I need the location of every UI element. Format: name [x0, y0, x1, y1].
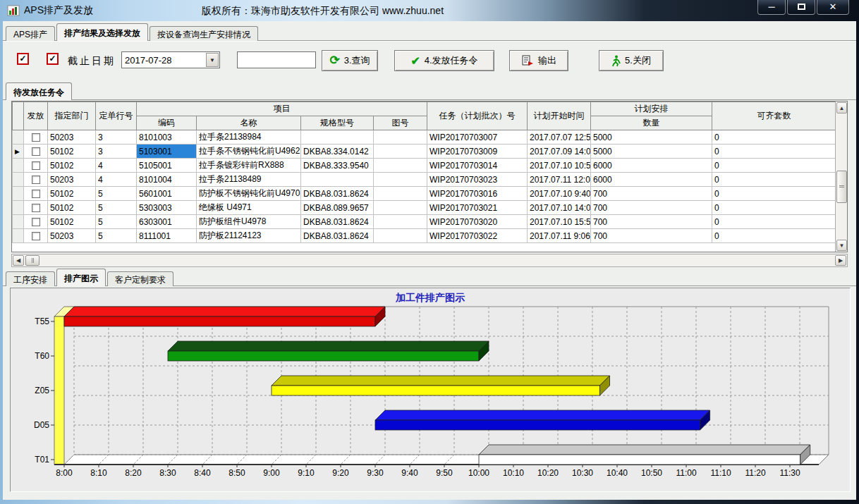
table-row[interactable]: 5010255303003绝缘板 U4971DKBA8.089.9657WIP2…	[13, 201, 836, 215]
drawing-cell[interactable]	[374, 229, 427, 243]
col-release[interactable]: 发放	[24, 102, 48, 130]
drawing-cell[interactable]	[374, 215, 427, 229]
start-cell[interactable]: 2017.07.11 12:0	[528, 173, 591, 187]
col-drawing[interactable]: 图号	[374, 116, 427, 130]
name-cell[interactable]: 拉手条21138489	[197, 173, 301, 187]
name-cell[interactable]: 防护板组件U4978	[197, 215, 301, 229]
col-name[interactable]: 名称	[197, 116, 301, 130]
bottom-tab-0[interactable]: 工序安排	[6, 271, 55, 286]
sets-cell[interactable]: 0	[712, 229, 836, 243]
task-cell[interactable]: WIP20170703007	[427, 130, 528, 145]
start-cell[interactable]: 2017.07.11 9:06	[528, 229, 591, 243]
sets-cell[interactable]: 0	[712, 173, 836, 187]
sets-cell[interactable]: 0	[712, 201, 836, 215]
sets-cell[interactable]: 0	[712, 215, 836, 229]
main-tab-2[interactable]: 按设备查询生产安排情况	[150, 26, 258, 41]
col-task[interactable]: 任务（计划批次）号	[427, 102, 528, 130]
table-row[interactable]: 5010245105001拉手条镀彩锌前RX888DKBA8.333.9540W…	[13, 159, 836, 173]
close-form-button[interactable]: 5.关闭	[599, 50, 664, 71]
qty-cell[interactable]: 700	[591, 229, 712, 243]
spec-cell[interactable]: DKBA8.089.9657	[301, 201, 374, 215]
dept-cell[interactable]: 50102	[48, 145, 96, 159]
spec-cell[interactable]: DKBA8.031.8624	[301, 187, 374, 201]
name-cell[interactable]: 防护板21124123	[197, 229, 301, 243]
start-cell[interactable]: 2017.07.09 14:0	[528, 145, 591, 159]
qty-cell[interactable]: 5000	[591, 145, 712, 159]
col-start[interactable]: 计划开始时间	[528, 102, 591, 130]
scroll-left-icon[interactable]: ◀	[13, 255, 24, 266]
horizontal-scroll-thumb[interactable]	[25, 255, 39, 266]
spec-cell[interactable]	[301, 173, 374, 187]
qty-cell[interactable]: 6000	[591, 159, 712, 173]
table-row[interactable]: 5020338101003拉手条21138984WIP2017070300720…	[13, 130, 836, 145]
start-cell[interactable]: 2017.07.10 15:5	[528, 215, 591, 229]
dept-cell[interactable]: 50203	[48, 130, 96, 145]
maximize-button[interactable]	[787, 0, 815, 15]
drawing-cell[interactable]	[374, 187, 427, 201]
spec-cell[interactable]: DKBA8.334.0142	[301, 145, 374, 159]
checkbox-icon[interactable]	[32, 190, 40, 198]
horizontal-scrollbar[interactable]: ◀ ▶	[11, 254, 848, 267]
line-cell[interactable]: 5	[96, 201, 137, 215]
task-cell[interactable]: WIP20170703020	[427, 215, 528, 229]
checkbox-icon[interactable]	[32, 147, 40, 156]
start-cell[interactable]: 2017.07.10 10:5	[528, 159, 591, 173]
col-spec[interactable]: 规格型号	[301, 116, 374, 130]
table-row[interactable]: 5020358111001防护板21124123DKBA8.031.8624WI…	[13, 229, 836, 243]
code-cell[interactable]: 5303003	[137, 201, 197, 215]
name-cell[interactable]: 拉手条镀彩锌前RX888	[197, 159, 301, 173]
close-button[interactable]: ✕	[817, 0, 849, 15]
qty-cell[interactable]: 700	[591, 201, 712, 215]
release-checkbox-cell[interactable]	[24, 159, 48, 173]
drawing-cell[interactable]	[374, 145, 427, 159]
code-cell[interactable]: 5601001	[137, 187, 197, 201]
release-task-button[interactable]: ✔ 4.发放任务令	[394, 50, 494, 71]
line-cell[interactable]: 3	[96, 130, 137, 145]
vertical-scrollbar[interactable]: ▲ ▼	[835, 102, 847, 252]
task-cell[interactable]: WIP20170703021	[427, 201, 528, 215]
line-cell[interactable]: 4	[96, 159, 137, 173]
table-row[interactable]: 5010255601001防护板不锈钢钝化前U4970DKBA8.031.862…	[13, 187, 836, 201]
qty-cell[interactable]: 5000	[591, 130, 712, 145]
name-cell[interactable]: 拉手条21138984	[197, 130, 301, 145]
table-row[interactable]: 5020348101004拉手条21138489WIP2017070302320…	[13, 173, 836, 187]
sets-cell[interactable]: 0	[712, 159, 836, 173]
col-dept[interactable]: 指定部门	[48, 102, 96, 130]
filter-input[interactable]	[237, 51, 316, 68]
dept-cell[interactable]: 50102	[48, 187, 96, 201]
release-checkbox-cell[interactable]	[24, 173, 48, 187]
start-cell[interactable]: 2017.07.10 14:0	[528, 201, 591, 215]
query-button[interactable]: ⟳ 3.查询	[322, 50, 378, 71]
task-cell[interactable]: WIP20170703023	[427, 173, 528, 187]
code-cell[interactable]: 5103001	[137, 145, 197, 159]
line-cell[interactable]: 3	[96, 145, 137, 159]
bottom-tab-2[interactable]: 客户定制要求	[107, 271, 173, 286]
scroll-right-icon[interactable]: ▶	[835, 255, 846, 266]
col-sets[interactable]: 可齐套数	[712, 102, 836, 130]
filter-checkbox-2[interactable]: ✓	[47, 53, 59, 65]
sets-cell[interactable]: 0	[712, 187, 836, 201]
code-cell[interactable]: 6303001	[137, 215, 197, 229]
name-cell[interactable]: 绝缘板 U4971	[197, 201, 301, 215]
qty-cell[interactable]: 700	[591, 215, 712, 229]
dept-cell[interactable]: 50203	[48, 229, 96, 243]
minimize-button[interactable]: ─	[757, 0, 786, 15]
spec-cell[interactable]: DKBA8.333.9540	[301, 159, 374, 173]
release-checkbox-cell[interactable]	[24, 187, 48, 201]
release-checkbox-cell[interactable]	[24, 130, 48, 145]
vertical-scroll-thumb[interactable]	[836, 171, 847, 203]
start-cell[interactable]: 2017.07.10 9:40	[528, 187, 591, 201]
line-cell[interactable]: 4	[96, 173, 137, 187]
dept-cell[interactable]: 50102	[48, 215, 96, 229]
col-qty[interactable]: 数量	[591, 116, 712, 130]
dept-cell[interactable]: 50102	[48, 159, 96, 173]
bottom-tab-1[interactable]: 排产图示	[56, 269, 106, 286]
qty-cell[interactable]: 700	[591, 187, 712, 201]
table-row[interactable]: ▶5010235103001拉手条不锈钢钝化前U4962DKBA8.334.01…	[13, 145, 836, 159]
release-checkbox-cell[interactable]	[24, 229, 48, 243]
checkbox-icon[interactable]	[32, 204, 40, 212]
scroll-down-icon[interactable]: ▼	[836, 240, 847, 251]
release-checkbox-cell[interactable]	[24, 215, 48, 229]
sets-cell[interactable]: 0	[712, 145, 836, 159]
code-cell[interactable]: 5105001	[137, 159, 197, 173]
